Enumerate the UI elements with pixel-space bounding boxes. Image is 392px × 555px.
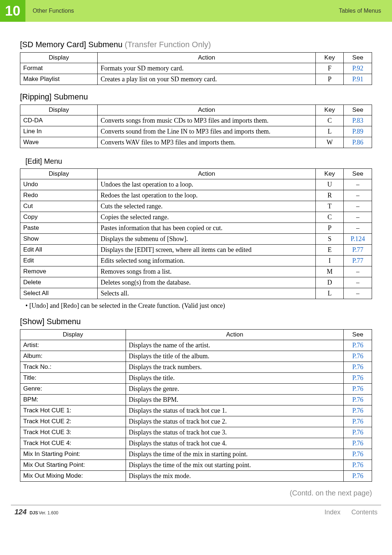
cell-action: Removes songs from a list. [98, 266, 316, 277]
cell-see: – [344, 266, 372, 277]
cell-see: – [344, 288, 372, 299]
cell-see: – [344, 190, 372, 201]
cell-key: T [315, 201, 344, 212]
cell-display: Remove [20, 266, 98, 277]
cell-see[interactable]: P.76 [344, 405, 372, 416]
cell-display: Select All [20, 288, 98, 299]
cell-see[interactable]: P.76 [344, 471, 372, 482]
sd-table: Display Action Key See FormatFormats you… [20, 52, 372, 85]
table-row: Track Hot CUE 2:Displays the status of t… [20, 416, 372, 427]
cell-see[interactable]: P.76 [344, 384, 372, 395]
cell-action: Displays the title. [126, 373, 344, 384]
page-number: 124 [15, 508, 26, 516]
th-see: See [344, 169, 372, 179]
cell-action: Displays the genre. [126, 384, 344, 395]
cell-see[interactable]: P.89 [344, 126, 372, 137]
th-action: Action [126, 330, 344, 340]
cell-see[interactable]: P.76 [344, 362, 372, 373]
cell-key: P [315, 223, 344, 234]
cell-key: I [315, 256, 344, 266]
cell-key: W [315, 137, 344, 148]
cell-see[interactable]: P.76 [344, 438, 372, 449]
cell-display: Line In [20, 126, 98, 137]
index-link[interactable]: Index [324, 509, 340, 516]
page-header: 10 Other Functions Tables of Menus [0, 0, 392, 22]
cell-key: U [315, 179, 344, 190]
th-display: Display [20, 330, 126, 340]
cell-see[interactable]: P.124 [344, 234, 372, 245]
cell-action: Displays the status of track hot cue 2. [126, 416, 344, 427]
table-row: BPM:Displays the BPM.P.76 [20, 395, 372, 405]
cell-display: Album: [20, 351, 126, 362]
cell-see[interactable]: P.76 [344, 340, 372, 351]
cell-display: Wave [20, 137, 98, 148]
cell-see[interactable]: P.92 [344, 63, 372, 74]
table-row: Select AllSelects all.L– [20, 288, 372, 299]
cell-display: Edit All [20, 245, 98, 256]
cell-see[interactable]: P.76 [344, 449, 372, 460]
table-row: RemoveRemoves songs from a list.M– [20, 266, 372, 277]
table-row: Track Hot CUE 4:Displays the status of t… [20, 438, 372, 449]
table-row: ShowDisplays the submenu of [Show].SP.12… [20, 234, 372, 245]
cell-see[interactable]: P.76 [344, 427, 372, 438]
cell-key: C [315, 212, 344, 223]
contents-link[interactable]: Contents [351, 509, 377, 516]
table-row: WaveConverts WAV files to MP3 files and … [20, 137, 372, 148]
table-row: Make PlaylistCreates a play list on your… [20, 74, 372, 85]
th-see: See [344, 53, 372, 63]
cell-key: S [315, 234, 344, 245]
table-row: Mix In Starting Point:Displays the time … [20, 449, 372, 460]
cell-action: Undoes the last operation to a loop. [98, 179, 316, 190]
cell-see[interactable]: P.91 [344, 74, 372, 85]
cell-see: – [344, 277, 372, 288]
sd-submenu-heading: [SD Memory Card] Submenu (Transfer Funct… [20, 40, 372, 49]
cell-see[interactable]: P.76 [344, 351, 372, 362]
chapter-title: Other Functions [25, 0, 339, 22]
cell-display: Redo [20, 190, 98, 201]
cell-see[interactable]: P.76 [344, 460, 372, 471]
cell-action: Edits selected song information. [98, 256, 316, 266]
cell-display: Paste [20, 223, 98, 234]
sd-title-main: [SD Memory Card] Submenu [20, 40, 122, 49]
cell-see[interactable]: P.76 [344, 373, 372, 384]
show-table: Display Action See Artist:Displays the n… [20, 329, 372, 482]
th-display: Display [20, 105, 98, 115]
table-row: Edit AllDisplays the [EDIT] screen, wher… [20, 245, 372, 256]
page-content: [SD Memory Card] Submenu (Transfer Funct… [0, 22, 392, 501]
cell-action: Deletes song(s) from the database. [98, 277, 316, 288]
cell-action: Converts songs from music CDs to MP3 fil… [98, 115, 316, 126]
cell-action: Converts sound from the Line IN to MP3 f… [98, 126, 316, 137]
cell-action: Displays the status of track hot cue 4. [126, 438, 344, 449]
table-row: Album:Displays the title of the album.P.… [20, 351, 372, 362]
table-row: Line InConverts sound from the Line IN t… [20, 126, 372, 137]
cell-key: E [315, 245, 344, 256]
table-row: Title:Displays the title.P.76 [20, 373, 372, 384]
cell-display: Artist: [20, 340, 126, 351]
th-see: See [344, 330, 372, 340]
cell-see: – [344, 201, 372, 212]
cell-action: Redoes the last operation to the loop. [98, 190, 316, 201]
cell-see[interactable]: P.86 [344, 137, 372, 148]
cell-action: Displays the [EDIT] screen, where all it… [98, 245, 316, 256]
product-name: DJS [29, 510, 38, 515]
cell-see[interactable]: P.83 [344, 115, 372, 126]
table-row: Track No.:Displays the track numbers.P.7… [20, 362, 372, 373]
cell-action: Displays the time of the mix out startin… [126, 460, 344, 471]
th-see: See [344, 105, 372, 115]
table-row: Mix Out Starting Point:Displays the time… [20, 460, 372, 471]
cell-see[interactable]: P.77 [344, 256, 372, 266]
cell-see[interactable]: P.77 [344, 245, 372, 256]
table-row: Mix Out Mixing Mode:Displays the mix mod… [20, 471, 372, 482]
cell-see: – [344, 179, 372, 190]
th-display: Display [20, 53, 98, 63]
cell-see[interactable]: P.76 [344, 416, 372, 427]
version: Ver. 1.600 [39, 510, 58, 515]
cell-see: – [344, 212, 372, 223]
cell-see[interactable]: P.76 [344, 395, 372, 405]
cell-key: C [315, 115, 344, 126]
cell-action: Cuts the selected range. [98, 201, 316, 212]
cell-display: Track Hot CUE 3: [20, 427, 126, 438]
table-row: EditEdits selected song information.IP.7… [20, 256, 372, 266]
cell-key: D [315, 277, 344, 288]
cell-display: Format [20, 63, 98, 74]
